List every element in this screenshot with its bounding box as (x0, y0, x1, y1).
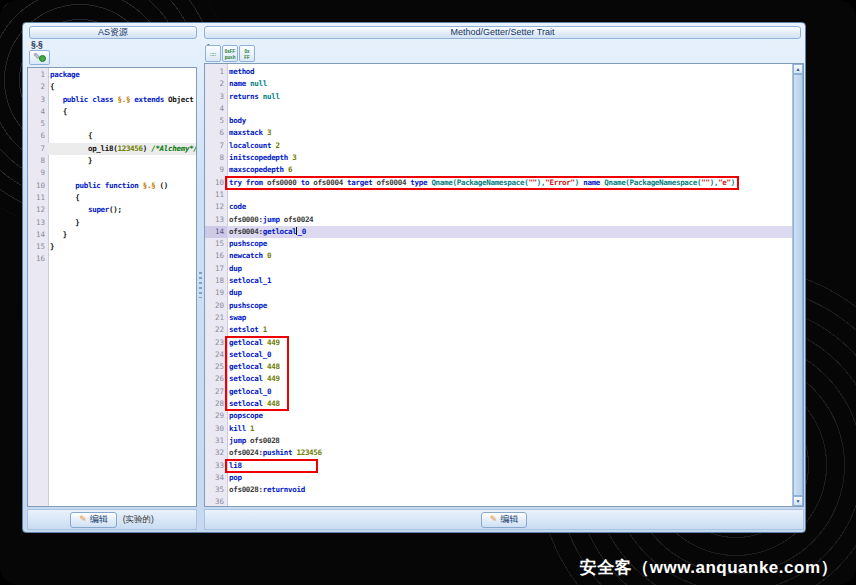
code-line[interactable]: 1method (205, 66, 803, 78)
code-line[interactable]: 15} (28, 241, 196, 253)
line-number: 29 (205, 410, 227, 422)
line-number: 6 (28, 130, 48, 142)
code-text: setslot 1 (227, 324, 803, 336)
code-line[interactable]: 10 public function §.§ () (28, 180, 196, 192)
line-number: 32 (205, 447, 227, 459)
line-number: 13 (205, 214, 227, 226)
as-editor-footer: ✎ 编辑 (实验的) (27, 509, 197, 530)
code-line[interactable]: 23getlocal 449 (205, 337, 803, 349)
code-line[interactable]: 18setlocal_1 (205, 275, 803, 287)
code-line[interactable]: 3 public class §.§ extends Object (28, 94, 196, 106)
line-number: 24 (205, 349, 227, 361)
code-line[interactable]: 13 } (28, 217, 196, 229)
code-line[interactable]: 34pop (205, 472, 803, 484)
add-badge-icon (39, 55, 46, 62)
code-line[interactable]: 24setlocal_0 (205, 349, 803, 361)
code-line[interactable]: 19dup (205, 287, 803, 299)
code-line[interactable]: 16 (28, 253, 196, 265)
constants-view-toggle-button[interactable]: ∷∷ (205, 45, 221, 62)
code-text: popscope (227, 410, 803, 422)
code-line[interactable]: 9maxscopedepth 6 (205, 164, 803, 176)
code-text: dup (227, 287, 803, 299)
code-line[interactable]: 10try from ofs0000 to ofs0004 target ofs… (205, 177, 803, 189)
line-number: 2 (28, 81, 48, 93)
code-line[interactable]: 14ofs0004:getlocal_0 (205, 226, 803, 238)
code-line[interactable]: 35ofs0028:returnvoid (205, 484, 803, 496)
code-line[interactable]: 5 (28, 118, 196, 130)
code-line[interactable]: 31jump ofs0028 (205, 435, 803, 447)
line-number: 18 (205, 275, 227, 287)
code-line[interactable]: 6maxstack 3 (205, 127, 803, 139)
code-line[interactable]: 32ofs0024:pushint 123456 (205, 447, 803, 459)
code-line[interactable]: 13ofs0000:jump ofs0024 (205, 214, 803, 226)
line-number: 23 (205, 337, 227, 349)
code-line[interactable]: 21swap (205, 312, 803, 324)
code-line[interactable]: 12code (205, 201, 803, 213)
line-number: 27 (205, 386, 227, 398)
code-line[interactable]: 25getlocal 448 (205, 361, 803, 373)
line-number: 7 (28, 143, 48, 155)
scrollbar-thumb[interactable] (793, 74, 803, 496)
code-line[interactable]: 27getlocal_0 (205, 386, 803, 398)
hex-push-toggle-button[interactable]: 0xFF push (222, 45, 238, 62)
code-line[interactable]: 5body (205, 115, 803, 127)
code-line[interactable]: 7 op_li8(123456) /*Alchemy*/; (28, 143, 196, 155)
line-number: 26 (205, 373, 227, 385)
line-number: 11 (205, 189, 227, 201)
code-line[interactable]: 17dup (205, 263, 803, 275)
hex-view-toggle-button[interactable]: 0x FF (239, 45, 255, 62)
code-line[interactable]: 12 super(); (28, 204, 196, 216)
code-line[interactable]: 4 (205, 103, 803, 115)
line-number: 1 (28, 69, 48, 81)
line-number: 15 (28, 241, 48, 253)
scroll-down-button[interactable]: ▼ (793, 496, 803, 506)
code-line[interactable]: 30kill 1 (205, 423, 803, 435)
code-line[interactable]: 11 (205, 189, 803, 201)
line-number: 4 (28, 106, 48, 118)
line-number: 11 (28, 192, 48, 204)
code-line[interactable]: 2{ (28, 81, 196, 93)
code-line[interactable]: 4 { (28, 106, 196, 118)
actionscript-code-editor[interactable]: 1package2{3 public class §.§ extends Obj… (27, 67, 197, 507)
edit-pencil-icon: ✎ (79, 515, 87, 524)
code-line[interactable]: 7localcount 2 (205, 140, 803, 152)
pcode-scrollbar[interactable]: ▲ ▼ (792, 64, 803, 506)
code-line[interactable]: 26setlocal 449 (205, 373, 803, 385)
line-number: 34 (205, 472, 227, 484)
line-number: 12 (28, 204, 48, 216)
edit-script-icon-button[interactable]: ✎ (29, 50, 50, 65)
code-line[interactable]: 29popscope (205, 410, 803, 422)
code-text: } (48, 229, 196, 241)
edit-actionscript-button[interactable]: ✎ 编辑 (70, 512, 117, 528)
code-text: { (48, 192, 196, 204)
experimental-label: (实验的) (123, 514, 154, 526)
code-line[interactable]: 33li8 (205, 460, 803, 472)
code-line[interactable]: 2name null (205, 78, 803, 90)
code-text: } (48, 241, 196, 253)
pcode-editor[interactable]: 1method2name null3returns null45body6max… (204, 63, 804, 507)
line-number: 3 (205, 91, 227, 103)
code-line[interactable]: 15pushscope (205, 238, 803, 250)
code-line[interactable]: 14 } (28, 229, 196, 241)
code-text: ofs0028:returnvoid (227, 484, 803, 496)
code-line[interactable]: 11 { (28, 192, 196, 204)
scroll-up-button[interactable]: ▲ (793, 64, 803, 74)
code-line[interactable]: 22setslot 1 (205, 324, 803, 336)
code-line[interactable]: 8initscopedepth 3 (205, 152, 803, 164)
line-number: 7 (205, 140, 227, 152)
code-text: pushscope (227, 238, 803, 250)
code-line[interactable]: 28setlocal 448 (205, 398, 803, 410)
code-line[interactable]: 20pushscope (205, 300, 803, 312)
code-line[interactable]: 16newcatch 0 (205, 250, 803, 262)
code-line[interactable]: 36 (205, 496, 803, 507)
code-line[interactable]: 3returns null (205, 91, 803, 103)
edit-pcode-button[interactable]: ✎ 编辑 (481, 512, 528, 528)
line-number: 16 (28, 253, 48, 265)
code-line[interactable]: 1package (28, 69, 196, 81)
code-text: setlocal 448 (227, 398, 803, 410)
panel-splitter[interactable] (197, 67, 204, 507)
line-number: 35 (205, 484, 227, 496)
code-line[interactable]: 9 (28, 167, 196, 179)
code-line[interactable]: 6 { (28, 130, 196, 142)
code-line[interactable]: 8 } (28, 155, 196, 167)
